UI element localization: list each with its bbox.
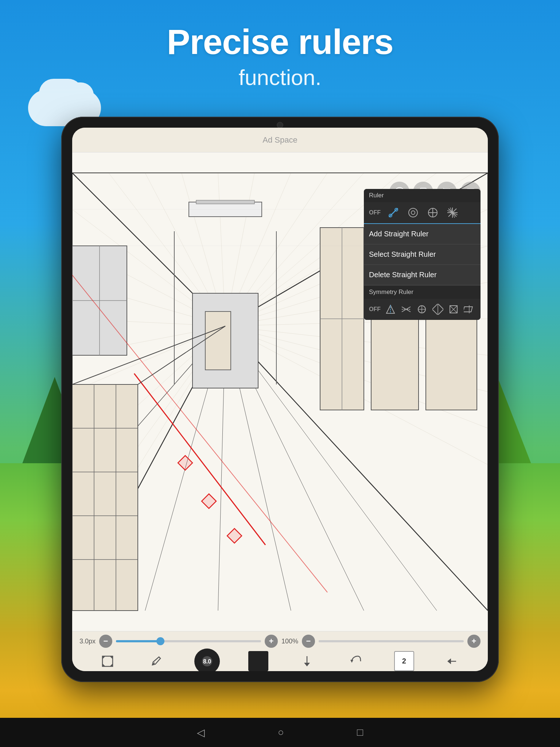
brush-size-slider[interactable] <box>116 640 261 642</box>
brush-size-label: 3.0px <box>79 638 96 645</box>
ruler-icons-row: OFF <box>364 202 481 224</box>
curve-ruler-icon[interactable] <box>406 206 420 220</box>
svg-rect-111 <box>102 656 113 666</box>
tablet-device: Ad Space <box>61 117 499 682</box>
bottom-sliders-row: 3.0px − + 100% − <box>72 631 488 651</box>
svg-marker-121 <box>350 660 353 663</box>
bottom-toolbar: 3.0px − + 100% − <box>72 631 488 671</box>
ruler-panel[interactable]: Ruler OFF <box>364 189 481 320</box>
move-down-btn[interactable] <box>297 651 317 671</box>
straight-ruler-icon[interactable] <box>386 206 400 220</box>
android-nav-bar: ◁ ○ □ <box>0 718 560 747</box>
android-home-btn[interactable]: ○ <box>278 727 284 738</box>
brush-size-slider-thumb <box>156 637 164 645</box>
perspective-ruler-icon[interactable] <box>426 206 440 220</box>
pages-btn[interactable]: 2 <box>394 651 414 671</box>
android-recent-btn[interactable]: □ <box>357 727 363 738</box>
ad-space-label: Ad Space <box>262 135 297 145</box>
symmetry-icons-row: OFF <box>364 299 481 320</box>
svg-marker-120 <box>304 663 310 666</box>
symmetry-ruler-header: Symmetry Ruler <box>364 285 481 299</box>
zoom-increase-btn[interactable]: + <box>467 635 481 648</box>
headline-subtitle: function. <box>0 65 560 90</box>
zoom-slider[interactable] <box>319 640 464 642</box>
tablet-outer-shell: Ad Space <box>61 117 499 682</box>
zoom-slider-fill <box>319 640 333 642</box>
select-straight-ruler-item[interactable]: Select Straight Ruler <box>364 244 481 265</box>
brush-size-decrease-btn[interactable]: − <box>99 635 112 648</box>
symmetry-icon-2[interactable] <box>400 302 412 316</box>
canvas-area[interactable]: Ruler OFF <box>72 152 488 631</box>
symmetry-icon-3[interactable] <box>416 302 428 316</box>
ruler-panel-header: Ruler <box>364 189 481 202</box>
svg-rect-46 <box>72 384 138 611</box>
svg-point-88 <box>411 211 415 214</box>
pen-tool-btn[interactable] <box>146 651 166 671</box>
svg-line-84 <box>389 208 398 217</box>
symmetry-icon-1[interactable] <box>384 302 396 316</box>
back-arrow-btn[interactable] <box>443 651 463 671</box>
android-back-btn[interactable]: ◁ <box>197 727 205 739</box>
svg-rect-60 <box>205 311 231 370</box>
color-btn[interactable] <box>248 651 268 671</box>
undo-btn[interactable] <box>346 651 366 671</box>
symmetry-icon-5[interactable] <box>447 302 459 316</box>
ad-space-bar: Ad Space <box>72 128 488 152</box>
brush-tool-btn[interactable]: 8.0 <box>194 649 220 671</box>
brush-size-slider-fill <box>116 640 159 642</box>
bottom-tools-row: 8.0 <box>72 651 488 671</box>
radial-ruler-icon[interactable] <box>446 206 459 220</box>
add-straight-ruler-item[interactable]: Add Straight Ruler <box>364 224 481 244</box>
svg-rect-109 <box>464 307 472 312</box>
symmetry-icon-6[interactable] <box>463 302 475 316</box>
symmetry-off-label[interactable]: OFF <box>369 306 381 313</box>
svg-rect-58 <box>196 200 254 204</box>
headline-area: Precise rulers function. <box>0 22 560 90</box>
ruler-off-label[interactable]: OFF <box>369 209 381 216</box>
svg-point-87 <box>409 208 417 217</box>
brush-size-increase-btn[interactable]: + <box>265 635 278 648</box>
delete-straight-ruler-item[interactable]: Delete Straight Ruler <box>364 265 481 285</box>
zoom-decrease-btn[interactable]: − <box>302 635 315 648</box>
tablet-screen: Ad Space <box>72 128 488 671</box>
svg-text:8.0: 8.0 <box>203 658 211 665</box>
svg-marker-123 <box>447 658 451 664</box>
zoom-label: 100% <box>281 638 298 645</box>
symmetry-icon-4[interactable] <box>432 302 444 316</box>
headline-title: Precise rulers <box>0 22 560 62</box>
transform-tool-btn[interactable] <box>97 651 117 671</box>
